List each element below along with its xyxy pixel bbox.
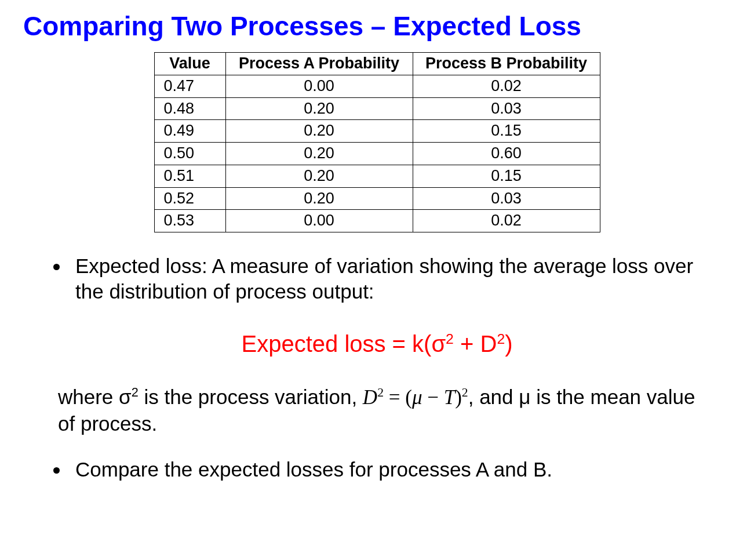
superscript-2: 2: [462, 386, 468, 399]
table-row: 0.50 0.20 0.60: [154, 143, 600, 165]
bullet-expected-loss-definition: Expected loss: A measure of variation sh…: [70, 253, 708, 304]
bullet-list-1: Expected loss: A measure of variation sh…: [35, 253, 708, 304]
minus-sign: −: [422, 386, 443, 409]
explain-text: where: [58, 386, 119, 408]
cell-a: 0.20: [225, 165, 413, 187]
cell-b: 0.02: [413, 210, 600, 232]
table-row: 0.49 0.20 0.15: [154, 120, 600, 143]
header-process-b: Process B Probability: [413, 53, 600, 75]
formula-lhs: Expected loss = k(: [241, 331, 431, 357]
equals-open-paren: = (: [384, 386, 412, 409]
superscript-2: 2: [377, 386, 384, 399]
cell-a: 0.00: [225, 210, 413, 232]
table-row: 0.48 0.20 0.03: [154, 97, 600, 120]
close-paren: ): [455, 386, 462, 409]
cell-b: 0.03: [413, 97, 600, 120]
expected-loss-formula: Expected loss = k(σ2 + D2): [241, 331, 512, 357]
formula-container: Expected loss = k(σ2 + D2): [23, 331, 731, 357]
d-symbol: D: [363, 386, 377, 409]
cell-b: 0.03: [413, 187, 600, 210]
header-value: Value: [154, 53, 225, 75]
table-row: 0.53 0.00 0.02: [154, 210, 600, 232]
cell-value: 0.48: [154, 97, 225, 120]
cell-b: 0.15: [413, 165, 600, 187]
t-symbol: T: [444, 386, 455, 409]
superscript-2: 2: [446, 330, 454, 346]
slide-title: Comparing Two Processes – Expected Loss: [23, 10, 731, 42]
cell-value: 0.50: [154, 143, 225, 165]
cell-a: 0.20: [225, 120, 413, 143]
cell-a: 0.20: [225, 187, 413, 210]
mu-symbol: μ: [412, 386, 422, 409]
table-row: 0.47 0.00 0.02: [154, 75, 600, 97]
cell-value: 0.51: [154, 165, 225, 187]
superscript-2: 2: [132, 385, 139, 399]
slide: Comparing Two Processes – Expected Loss …: [0, 0, 754, 498]
bullet-list-2: Compare the expected losses for processe…: [35, 457, 708, 482]
probability-table: Value Process A Probability Process B Pr…: [154, 52, 600, 232]
formula-plus-d: + D: [454, 331, 497, 357]
table-header-row: Value Process A Probability Process B Pr…: [154, 53, 600, 75]
formula-close-paren: ): [505, 331, 512, 357]
sigma-symbol: σ: [431, 331, 446, 357]
superscript-2: 2: [497, 330, 505, 346]
cell-value: 0.53: [154, 210, 225, 232]
explain-text: is the process variation,: [139, 386, 363, 408]
cell-value: 0.47: [154, 75, 225, 97]
header-process-a: Process A Probability: [225, 53, 413, 75]
cell-a: 0.00: [225, 75, 413, 97]
cell-b: 0.02: [413, 75, 600, 97]
table-container: Value Process A Probability Process B Pr…: [23, 52, 731, 232]
cell-a: 0.20: [225, 97, 413, 120]
formula-explanation: where σ2 is the process variation, D2 = …: [58, 384, 708, 437]
cell-value: 0.49: [154, 120, 225, 143]
table-row: 0.51 0.20 0.15: [154, 165, 600, 187]
cell-b: 0.15: [413, 120, 600, 143]
bullet-compare-losses: Compare the expected losses for processe…: [70, 457, 708, 482]
sigma-symbol: σ: [119, 386, 132, 408]
cell-value: 0.52: [154, 187, 225, 210]
cell-b: 0.60: [413, 143, 600, 165]
cell-a: 0.20: [225, 143, 413, 165]
table-row: 0.52 0.20 0.03: [154, 187, 600, 210]
